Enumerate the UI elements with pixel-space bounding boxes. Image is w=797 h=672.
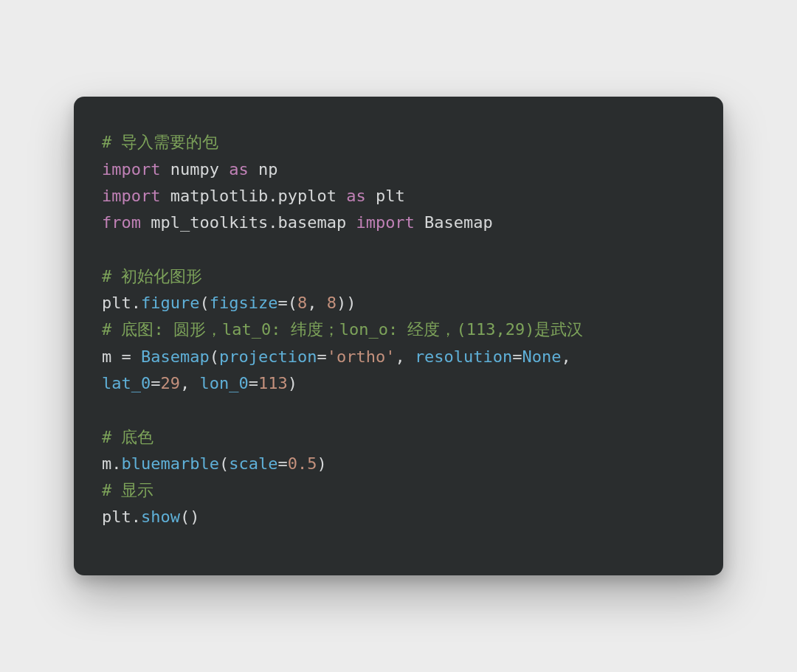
code-token: matplotlib.pyplot (160, 187, 346, 205)
code-token: np (249, 160, 278, 179)
code-token: # 底色 (102, 428, 154, 446)
code-token: , (562, 347, 571, 366)
code-snippet-card: # 导入需要的包 import numpy as np import matpl… (74, 97, 723, 575)
code-block: # 导入需要的包 import numpy as np import matpl… (102, 129, 695, 530)
code-token: 113 (258, 374, 288, 392)
code-token: =( (277, 294, 297, 312)
code-token: from (102, 213, 141, 232)
code-token: m. (102, 454, 122, 473)
code-token: , (180, 374, 200, 392)
code-token: import (102, 187, 160, 205)
code-token: projection (219, 347, 317, 366)
code-token: # 显示 (102, 481, 154, 499)
code-token: # 底图: 圆形，lat_0: 纬度；lon_o: 经度，(113,29)是武汉 (102, 320, 583, 339)
code-token: 8 (297, 294, 307, 312)
code-token: # 导入需要的包 (102, 133, 219, 151)
code-token: () (180, 508, 200, 526)
code-token: import (102, 160, 160, 179)
code-token: 29 (160, 374, 180, 392)
code-token: ( (199, 294, 209, 312)
code-token: 'ortho' (327, 347, 396, 366)
code-token: numpy (160, 160, 229, 179)
code-token: as (229, 160, 249, 179)
code-token: figsize (210, 294, 278, 312)
code-token: 8 (327, 294, 337, 312)
code-token: plt (366, 187, 405, 205)
code-token: , (395, 347, 415, 366)
code-token: = (512, 347, 522, 366)
code-token: None (522, 347, 562, 366)
code-token: figure (141, 294, 199, 312)
code-token: scale (229, 454, 277, 473)
code-token: plt. (102, 508, 141, 526)
code-token: 0.5 (288, 454, 317, 473)
code-token: lon_0 (199, 374, 248, 392)
code-token: , (307, 294, 327, 312)
code-token: ) (288, 374, 297, 392)
code-token: mpl_toolkits.basemap (141, 213, 356, 232)
code-token: resolution (415, 347, 512, 366)
code-token: ( (219, 454, 229, 473)
code-token: ( (210, 347, 219, 366)
code-token: # 初始化图形 (102, 267, 203, 285)
code-token: Basemap (141, 347, 210, 366)
code-token: = (249, 374, 258, 392)
code-token: = (151, 374, 160, 392)
code-token: bluemarble (122, 454, 219, 473)
code-token: as (346, 187, 366, 205)
code-token: = (317, 347, 326, 366)
code-token: Basemap (415, 213, 493, 232)
code-token: plt. (102, 294, 141, 312)
code-token: import (356, 213, 414, 232)
code-token: m = (102, 347, 141, 366)
code-token: ) (317, 454, 326, 473)
code-token: )) (337, 294, 356, 312)
code-token: = (277, 454, 287, 473)
code-token: show (141, 508, 180, 526)
code-token: lat_0 (102, 374, 151, 392)
